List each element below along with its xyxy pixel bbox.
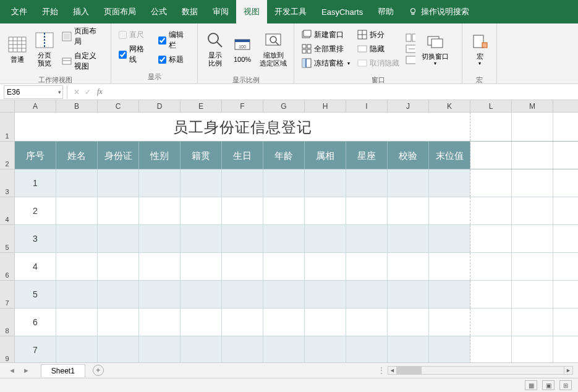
serial-cell[interactable]: 7 bbox=[15, 336, 56, 362]
tab-file[interactable]: 文件 bbox=[4, 0, 35, 23]
cell[interactable] bbox=[222, 281, 263, 308]
zoom-selection-button[interactable]: 缩放到 选定区域 bbox=[256, 25, 291, 73]
row-header[interactable]: 7 bbox=[0, 281, 15, 309]
row-header[interactable]: 8 bbox=[0, 309, 15, 336]
cell[interactable] bbox=[346, 281, 388, 308]
cell[interactable] bbox=[56, 281, 98, 308]
table-header-cell[interactable]: 性别 bbox=[139, 142, 181, 169]
pagebreak-status-button[interactable]: ⊞ bbox=[559, 380, 572, 390]
cell[interactable] bbox=[181, 197, 222, 224]
cell[interactable] bbox=[429, 225, 470, 252]
cell[interactable] bbox=[388, 309, 429, 336]
cell[interactable] bbox=[222, 225, 263, 252]
cell[interactable] bbox=[263, 253, 305, 280]
cell[interactable] bbox=[222, 253, 263, 280]
cell[interactable] bbox=[346, 336, 388, 362]
cell[interactable] bbox=[222, 336, 263, 362]
split-button[interactable]: 拆分 bbox=[356, 28, 401, 41]
table-header-cell[interactable]: 属相 bbox=[305, 142, 346, 169]
cell[interactable] bbox=[305, 197, 346, 224]
sheet-nav-prev[interactable]: ◄ bbox=[5, 367, 19, 374]
tab-review[interactable]: 审阅 bbox=[205, 0, 236, 23]
cell[interactable] bbox=[346, 169, 388, 197]
cell[interactable] bbox=[470, 197, 512, 224]
col-header[interactable]: K bbox=[429, 100, 470, 112]
serial-cell[interactable]: 5 bbox=[15, 281, 56, 308]
cell[interactable] bbox=[139, 197, 181, 224]
arrange-all-button[interactable]: 全部重排 bbox=[300, 43, 351, 56]
scroll-right-icon[interactable]: ► bbox=[564, 367, 572, 374]
page-layout-status-button[interactable]: ▣ bbox=[542, 380, 555, 390]
cell[interactable] bbox=[470, 309, 512, 336]
row-header[interactable]: 6 bbox=[0, 253, 15, 281]
cells-area[interactable]: 员工身份证信息登记 序号 姓名 身份证 性别 籍贯 生日 年龄 属相 星座 校验… bbox=[15, 113, 578, 362]
col-header[interactable]: I bbox=[346, 100, 388, 112]
cell[interactable] bbox=[346, 225, 388, 252]
col-header[interactable]: H bbox=[305, 100, 346, 112]
serial-cell[interactable]: 6 bbox=[15, 309, 56, 336]
table-header-cell[interactable]: 年龄 bbox=[263, 142, 305, 169]
row-header[interactable]: 1 bbox=[0, 113, 15, 142]
tab-dev[interactable]: 开发工具 bbox=[267, 0, 314, 23]
cell[interactable] bbox=[429, 336, 470, 362]
cell[interactable] bbox=[429, 309, 470, 336]
view-side-icon[interactable] bbox=[406, 33, 415, 43]
cell[interactable] bbox=[429, 281, 470, 308]
add-sheet-button[interactable]: + bbox=[93, 365, 104, 376]
serial-cell[interactable]: 3 bbox=[15, 225, 56, 252]
cell[interactable] bbox=[98, 225, 139, 252]
row-header[interactable]: 2 bbox=[0, 142, 15, 169]
serial-cell[interactable]: 2 bbox=[15, 197, 56, 224]
cell[interactable] bbox=[139, 309, 181, 336]
cell[interactable] bbox=[388, 281, 429, 308]
cell[interactable] bbox=[98, 253, 139, 280]
table-title[interactable]: 员工身份证信息登记 bbox=[15, 113, 470, 141]
cell[interactable] bbox=[470, 113, 512, 141]
cell[interactable] bbox=[56, 169, 98, 197]
pagebreak-preview-button[interactable]: 分页 预览 bbox=[31, 25, 58, 73]
cell[interactable] bbox=[305, 336, 346, 362]
cell[interactable] bbox=[388, 197, 429, 224]
cell[interactable] bbox=[181, 309, 222, 336]
horizontal-scrollbar[interactable]: ◄ ► bbox=[388, 366, 573, 375]
cell[interactable] bbox=[263, 281, 305, 308]
sync-scroll-icon[interactable] bbox=[406, 44, 415, 54]
ruler-checkbox[interactable]: 直尺 bbox=[119, 30, 151, 40]
col-header[interactable]: A bbox=[15, 100, 56, 112]
gridlines-checkbox[interactable]: 网格线 bbox=[119, 44, 151, 65]
new-window-button[interactable]: 新建窗口 bbox=[300, 28, 351, 41]
cell[interactable] bbox=[512, 253, 553, 280]
cell[interactable] bbox=[139, 281, 181, 308]
sheet-tab[interactable]: Sheet1 bbox=[41, 364, 85, 377]
cell[interactable] bbox=[181, 253, 222, 280]
cell[interactable] bbox=[98, 336, 139, 362]
cell[interactable] bbox=[222, 197, 263, 224]
table-header-cell[interactable]: 末位值 bbox=[429, 142, 470, 169]
cell[interactable] bbox=[98, 169, 139, 197]
tab-home[interactable]: 开始 bbox=[35, 0, 66, 23]
cell[interactable] bbox=[346, 197, 388, 224]
cell[interactable] bbox=[181, 336, 222, 362]
col-header[interactable]: E bbox=[181, 100, 222, 112]
tab-insert[interactable]: 插入 bbox=[66, 0, 96, 23]
cell[interactable] bbox=[388, 225, 429, 252]
table-header-cell[interactable]: 校验 bbox=[388, 142, 429, 169]
col-header[interactable]: F bbox=[222, 100, 263, 112]
cell[interactable] bbox=[346, 309, 388, 336]
cell[interactable] bbox=[222, 169, 263, 197]
cell[interactable] bbox=[470, 225, 512, 252]
hide-button[interactable]: 隐藏 bbox=[356, 43, 401, 56]
normal-view-status-button[interactable]: ▦ bbox=[525, 380, 537, 390]
cell[interactable] bbox=[388, 336, 429, 362]
cell[interactable] bbox=[98, 197, 139, 224]
cell[interactable] bbox=[388, 253, 429, 280]
cell[interactable] bbox=[512, 309, 553, 336]
col-header[interactable]: M bbox=[512, 100, 553, 112]
col-header[interactable]: G bbox=[263, 100, 305, 112]
tab-view[interactable]: 视图 bbox=[236, 0, 267, 23]
select-all-corner[interactable] bbox=[0, 100, 15, 113]
reset-position-icon[interactable] bbox=[406, 55, 415, 65]
scrollbar-thumb[interactable] bbox=[397, 367, 422, 374]
cell[interactable] bbox=[263, 309, 305, 336]
cell[interactable] bbox=[98, 309, 139, 336]
